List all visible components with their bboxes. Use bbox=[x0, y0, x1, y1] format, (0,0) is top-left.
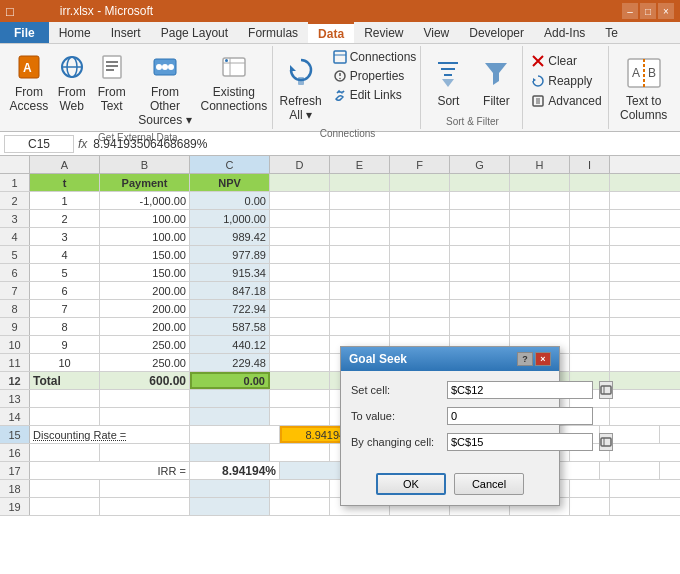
by-changing-ref-btn[interactable] bbox=[599, 433, 613, 451]
from-text-icon bbox=[96, 51, 128, 83]
set-cell-input[interactable] bbox=[447, 381, 593, 399]
ribbon-group-text-col: A B Text to Columns bbox=[611, 46, 676, 129]
connections-col: Connections Properties Edit Links bbox=[329, 48, 421, 104]
by-changing-input[interactable] bbox=[447, 433, 593, 451]
menu-bar: File Home Insert Page Layout Formulas Da… bbox=[0, 22, 680, 44]
dialog-title-buttons: ? × bbox=[517, 352, 551, 366]
dialog-close-btn[interactable]: × bbox=[535, 352, 551, 366]
svg-rect-19 bbox=[334, 51, 346, 63]
menu-insert[interactable]: Insert bbox=[101, 22, 151, 43]
connections-btn[interactable]: Connections bbox=[329, 48, 421, 66]
svg-point-23 bbox=[339, 78, 341, 80]
cell-reference[interactable]: C15 bbox=[4, 135, 74, 153]
from-text-btn[interactable]: From Text bbox=[93, 48, 131, 116]
by-changing-row: By changing cell: bbox=[351, 433, 549, 451]
from-web-btn[interactable]: From Web bbox=[53, 48, 91, 116]
from-other-icon bbox=[149, 51, 181, 83]
menu-addins[interactable]: Add-Ins bbox=[534, 22, 595, 43]
menu-te[interactable]: Te bbox=[595, 22, 628, 43]
set-cell-row: Set cell: bbox=[351, 381, 549, 399]
text-to-columns-btn[interactable]: A B Text to Columns bbox=[615, 48, 672, 126]
refresh-all-icon bbox=[283, 52, 319, 94]
ribbon-connections-buttons: Refresh All ▾ Connections bbox=[275, 48, 421, 126]
menu-file[interactable]: File bbox=[0, 22, 49, 43]
ribbon-group-external-data: A From Access From Web bbox=[4, 46, 273, 129]
svg-marker-27 bbox=[442, 79, 454, 87]
ok-button[interactable]: OK bbox=[376, 473, 446, 495]
menu-formulas[interactable]: Formulas bbox=[238, 22, 308, 43]
ribbon-group-clear: Clear Reapply Advanced bbox=[525, 46, 610, 129]
svg-text:B: B bbox=[648, 66, 656, 80]
svg-marker-17 bbox=[290, 65, 296, 71]
svg-text:A: A bbox=[632, 66, 640, 80]
svg-text:A: A bbox=[23, 61, 32, 75]
svg-rect-40 bbox=[601, 438, 611, 446]
svg-point-12 bbox=[168, 64, 174, 70]
close-btn[interactable]: × bbox=[658, 3, 674, 19]
dialog-help-btn[interactable]: ? bbox=[517, 352, 533, 366]
from-access-btn[interactable]: A From Access bbox=[7, 48, 51, 116]
menu-page-layout[interactable]: Page Layout bbox=[151, 22, 238, 43]
ribbon-external-buttons: A From Access From Web bbox=[7, 48, 268, 130]
maximize-btn[interactable]: □ bbox=[640, 3, 656, 19]
formula-bar: C15 fx 8.94193506468689% bbox=[0, 132, 680, 156]
properties-btn[interactable]: Properties bbox=[329, 67, 421, 85]
sort-icon bbox=[430, 52, 466, 94]
title-text: irr.xlsx - Microsoft bbox=[60, 4, 153, 18]
svg-point-11 bbox=[162, 64, 168, 70]
title-bar: □ irr.xlsx - Microsoft – □ × bbox=[0, 0, 680, 22]
svg-point-16 bbox=[225, 59, 228, 62]
sort-btn[interactable]: Sort bbox=[425, 48, 471, 112]
fx-label: fx bbox=[78, 137, 87, 151]
menu-view[interactable]: View bbox=[413, 22, 459, 43]
minimize-btn[interactable]: – bbox=[622, 3, 638, 19]
spreadsheet: A B C D E F G H I 1 t Payment NPV 2 1 -1… bbox=[0, 156, 680, 516]
filter-btn[interactable]: Filter bbox=[473, 48, 519, 112]
existing-connections-icon bbox=[218, 51, 250, 83]
dialog-overlay: Goal Seek ? × Set cell: bbox=[0, 156, 680, 516]
reapply-btn[interactable]: Reapply bbox=[527, 72, 605, 90]
set-cell-label: Set cell: bbox=[351, 384, 441, 396]
text-to-columns-icon: A B bbox=[626, 52, 662, 94]
refresh-all-btn[interactable]: Refresh All ▾ bbox=[275, 48, 327, 126]
ribbon-group-sort-filter: Sort Filter Sort & Filter bbox=[423, 46, 522, 129]
svg-marker-29 bbox=[533, 78, 536, 82]
to-value-row: To value: bbox=[351, 407, 549, 425]
existing-connections-btn[interactable]: Existing Connections bbox=[199, 48, 268, 116]
ribbon-group-connections: Refresh All ▾ Connections bbox=[275, 46, 422, 129]
clear-ribbon-btn[interactable]: Clear bbox=[527, 52, 605, 70]
cancel-button[interactable]: Cancel bbox=[454, 473, 524, 495]
sort-filter-label: Sort & Filter bbox=[446, 114, 499, 127]
menu-developer[interactable]: Developer bbox=[459, 22, 534, 43]
from-web-icon bbox=[56, 51, 88, 83]
ribbon-sort-filter-buttons: Sort Filter bbox=[425, 48, 519, 114]
goal-seek-dialog: Goal Seek ? × Set cell: bbox=[340, 346, 560, 506]
from-access-icon: A bbox=[13, 51, 45, 83]
clear-col: Clear Reapply Advanced bbox=[527, 48, 605, 110]
menu-home[interactable]: Home bbox=[49, 22, 101, 43]
set-cell-ref-btn[interactable] bbox=[599, 381, 613, 399]
from-other-sources-btn[interactable]: From Other Sources ▾ bbox=[133, 48, 197, 130]
dialog-body: Set cell: To value: By changing cell: bbox=[341, 371, 559, 469]
dialog-footer: OK Cancel bbox=[341, 469, 559, 505]
edit-links-btn[interactable]: Edit Links bbox=[329, 86, 421, 104]
menu-data[interactable]: Data bbox=[308, 22, 354, 43]
dialog-title-text: Goal Seek bbox=[349, 352, 407, 366]
svg-point-10 bbox=[156, 64, 162, 70]
svg-rect-18 bbox=[298, 77, 304, 85]
dialog-title-bar: Goal Seek ? × bbox=[341, 347, 559, 371]
advanced-btn[interactable]: Advanced bbox=[527, 92, 605, 110]
to-value-input[interactable] bbox=[447, 407, 593, 425]
svg-marker-28 bbox=[485, 63, 507, 85]
menu-review[interactable]: Review bbox=[354, 22, 413, 43]
filter-icon bbox=[478, 52, 514, 94]
svg-rect-5 bbox=[103, 56, 121, 78]
to-value-label: To value: bbox=[351, 410, 441, 422]
formula-content: 8.94193506468689% bbox=[93, 137, 676, 151]
ribbon: A From Access From Web bbox=[0, 44, 680, 132]
by-changing-label: By changing cell: bbox=[351, 436, 441, 448]
svg-rect-38 bbox=[601, 386, 611, 394]
